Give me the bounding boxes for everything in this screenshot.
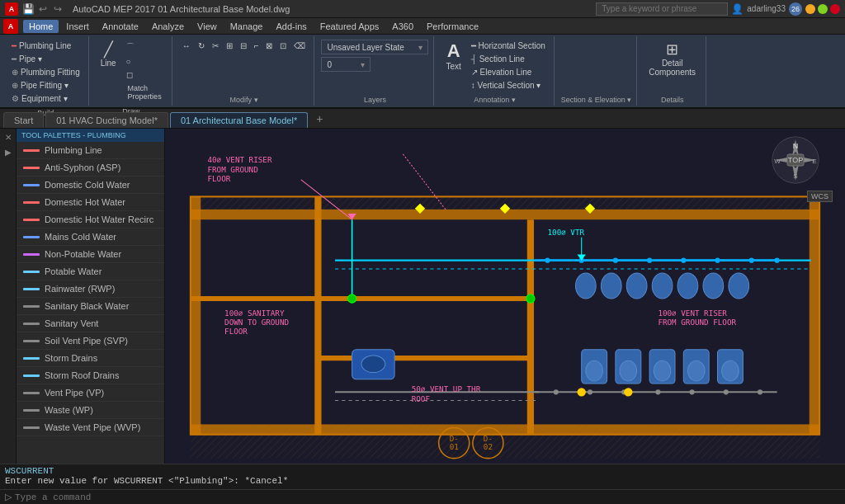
ribbon-group-build: ━ Plumbing Line ━ Pipe ▾ ⊕ Plumbing Fitt… — [3, 36, 89, 106]
layer-state-dropdown[interactable]: Unsaved Layer State ▾ — [321, 40, 428, 54]
ribbon-array[interactable]: ⊡ — [276, 40, 290, 52]
ribbon-mirror[interactable]: ⊟ — [237, 40, 250, 52]
minimize-button[interactable] — [805, 4, 815, 14]
sidebar-item-4[interactable]: Domestic Hot Water Recirc — [17, 211, 164, 228]
sidebar-item-3[interactable]: Domestic Hot Water — [17, 194, 164, 211]
ribbon-copy[interactable]: ⊞ — [223, 40, 236, 52]
ribbon-horizontal-section[interactable]: ━ Horizontal Section — [468, 40, 549, 52]
sidebar-list: Plumbing LineAnti-Syphon (ASP)Domestic C… — [17, 142, 164, 464]
menu-annotate[interactable]: Annotate — [97, 20, 144, 33]
svg-point-32 — [652, 273, 673, 299]
svg-point-29 — [575, 273, 596, 299]
ribbon-equipment[interactable]: ⚙ Equipment ▾ — [8, 92, 83, 105]
menu-home[interactable]: Home — [23, 20, 59, 33]
menu-view[interactable]: View — [191, 20, 223, 33]
sidebar-item-label: Domestic Hot Water — [45, 197, 125, 207]
sidebar-item-2[interactable]: Domestic Cold Water — [17, 177, 164, 194]
ribbon-line[interactable]: ╱ Line — [96, 40, 121, 70]
search-input[interactable] — [596, 2, 728, 16]
app-menu-icon[interactable]: A — [3, 19, 18, 34]
ribbon-pipe-fitting[interactable]: ⊕ Pipe Fitting ▾ — [8, 79, 83, 92]
line-color-icon — [23, 253, 40, 256]
username: adarling33 — [747, 4, 786, 13]
ribbon-rotate[interactable]: ↻ — [195, 40, 208, 52]
ribbon-detail-components[interactable]: ⊞ Detail Components — [644, 40, 701, 79]
ribbon-move[interactable]: ↔ — [179, 40, 194, 52]
sidebar-item-5[interactable]: Mains Cold Water — [17, 228, 164, 246]
svg-point-41 — [613, 258, 618, 263]
svg-point-82 — [624, 388, 632, 396]
tab-add-button[interactable]: + — [309, 110, 329, 128]
ribbon-polyline[interactable]: ⌒ — [123, 40, 167, 54]
svg-point-44 — [715, 258, 720, 263]
ribbon-circle[interactable]: ○ — [123, 55, 167, 68]
close-palette-icon[interactable]: ✕ — [2, 130, 15, 144]
window-controls[interactable] — [805, 4, 840, 14]
redo-icon[interactable]: ↪ — [51, 2, 64, 16]
sidebar-item-label: Storm Roof Drains — [45, 370, 119, 380]
menu-performance[interactable]: Performance — [421, 20, 484, 33]
ribbon-text[interactable]: A Text — [441, 40, 465, 73]
sidebar-item-7[interactable]: Potable Water — [17, 263, 164, 280]
ribbon-plumbing-line[interactable]: ━ Plumbing Line — [8, 40, 83, 52]
sidebar-item-6[interactable]: Non-Potable Water — [17, 246, 164, 263]
maximize-button[interactable] — [818, 4, 828, 14]
svg-point-52 — [690, 389, 695, 394]
menu-manage[interactable]: Manage — [224, 20, 269, 33]
layer-dropdown[interactable]: 0 ▾ — [321, 57, 371, 72]
ribbon-pipe[interactable]: ━ Pipe ▾ — [8, 53, 83, 65]
svg-point-31 — [626, 273, 647, 299]
ribbon-section-line[interactable]: ┤ Section Line — [468, 53, 549, 65]
sidebar-item-10[interactable]: Sanitary Vent — [17, 315, 164, 332]
sidebar-item-9[interactable]: Sanitary Black Water — [17, 298, 164, 315]
command-input[interactable] — [15, 492, 840, 502]
sidebar-item-1[interactable]: Anti-Syphon (ASP) — [17, 159, 164, 177]
close-button[interactable] — [830, 4, 840, 14]
sidebar-item-13[interactable]: Storm Roof Drains — [17, 367, 164, 384]
svg-text:N: N — [793, 142, 799, 150]
ribbon-fillet[interactable]: ⌐ — [251, 40, 262, 52]
sidebar-item-8[interactable]: Rainwater (RWP) — [17, 280, 164, 298]
sidebar-item-label: Vent Pipe (VP) — [45, 388, 104, 398]
menu-insert[interactable]: Insert — [60, 20, 95, 33]
annotation-col2: ━ Horizontal Section ┤ Section Line ↗ El… — [468, 40, 549, 92]
sidebar-header: TOOL PALETTES - PLUMBING — [17, 129, 164, 142]
quick-access-icon[interactable]: 💾 — [21, 2, 35, 16]
svg-text:100∅ VTR: 100∅ VTR — [548, 228, 585, 237]
sidebar-item-15[interactable]: Waste (WP) — [17, 402, 164, 419]
expand-icon[interactable]: ▶ — [2, 145, 15, 158]
sidebar-item-14[interactable]: Vent Pipe (VP) — [17, 384, 164, 402]
draw-buttons: ╱ Line ⌒ ○ ◻ MatchProperties — [96, 38, 167, 105]
svg-text:40∅ VENT RISER: 40∅ VENT RISER — [208, 155, 272, 164]
ribbon-arc[interactable]: ◻ — [123, 68, 167, 81]
line-color-icon — [23, 201, 40, 204]
sidebar-item-0[interactable]: Plumbing Line — [17, 142, 164, 159]
menu-a360[interactable]: A360 — [386, 20, 419, 33]
svg-text:100∅ SANITARY: 100∅ SANITARY — [224, 309, 285, 318]
ribbon-vertical-section[interactable]: ↕ Vertical Section ▾ — [468, 79, 549, 92]
menu-analyze[interactable]: Analyze — [146, 20, 190, 33]
svg-text:W: W — [774, 158, 781, 165]
menu-featured[interactable]: Featured Apps — [314, 20, 385, 33]
sidebar-item-16[interactable]: Waste Vent Pipe (WVP) — [17, 419, 164, 436]
undo-icon[interactable]: ↩ — [36, 2, 50, 16]
line-color-icon — [23, 392, 40, 394]
ribbon-group-draw: ╱ Line ⌒ ○ ◻ MatchProperties Draw — [91, 36, 172, 106]
ribbon-erase[interactable]: ⌫ — [290, 40, 309, 52]
badge: 26 — [789, 2, 802, 16]
sidebar-item-11[interactable]: Soil Vent Pipe (SVP) — [17, 332, 164, 350]
viewport[interactable]: [-] [Top] [2D Wireframe] – □ ✕ Fittings … — [165, 129, 845, 464]
menu-addins[interactable]: Add-ins — [270, 20, 312, 33]
ribbon-plumbing-fitting[interactable]: ⊕ Plumbing Fitting — [8, 66, 83, 78]
svg-text:DOWN TO GROUND: DOWN TO GROUND — [224, 318, 289, 327]
sidebar-item-12[interactable]: Storm Drains — [17, 350, 164, 367]
tab-hvac[interactable]: 01 HVAC Ducting Model* — [45, 112, 168, 128]
ribbon-scale[interactable]: ⊠ — [262, 40, 276, 52]
tab-start[interactable]: Start — [3, 112, 44, 128]
ribbon-trim[interactable]: ✂ — [209, 40, 222, 52]
ribbon-match-properties[interactable]: MatchProperties — [123, 82, 167, 103]
ribbon-elevation-line[interactable]: ↗ Elevation Line — [468, 66, 549, 78]
user-icon: 👤 — [731, 3, 744, 15]
tab-arch[interactable]: 01 Architectural Base Model* — [170, 112, 308, 128]
svg-text:S: S — [793, 172, 797, 180]
